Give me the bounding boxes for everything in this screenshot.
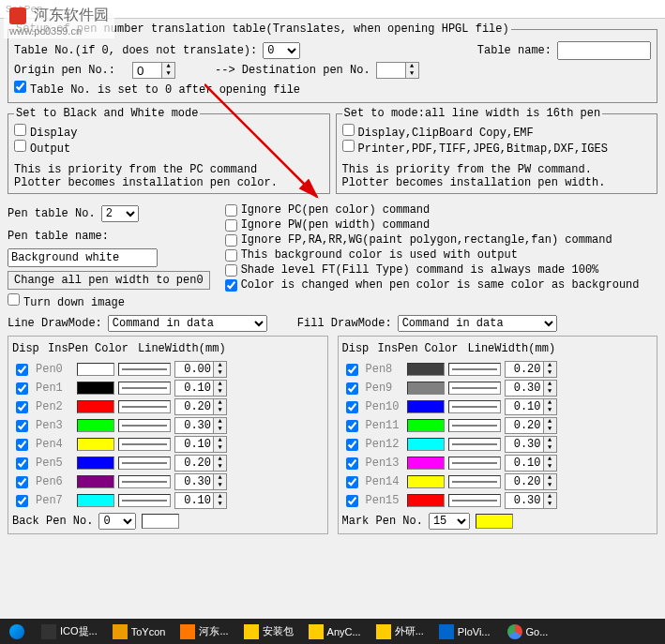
shade-level-check[interactable] — [225, 264, 237, 277]
pen-color-box[interactable] — [407, 475, 445, 488]
pen-line-preview[interactable] — [448, 400, 501, 413]
pen-width-spinner[interactable]: ▲▼ — [505, 492, 557, 509]
reset-check-label[interactable]: Table No. is set to 0 after opening file — [14, 81, 300, 97]
pen-width-input[interactable] — [506, 363, 543, 376]
pen-disp-check[interactable] — [16, 382, 28, 395]
taskbar-item[interactable]: PloVi... — [431, 619, 498, 644]
pen-width-input[interactable] — [175, 475, 213, 488]
spinner-down-icon[interactable]: ▼ — [405, 70, 418, 78]
change-all-width-button[interactable]: Change all pen width to pen0 — [8, 271, 210, 290]
pen-width-spinner[interactable]: ▲▼ — [174, 398, 227, 415]
pen-disp-check[interactable] — [346, 439, 358, 451]
spinner-down-icon[interactable]: ▼ — [543, 463, 556, 471]
taskbar-chrome[interactable]: Go... — [500, 619, 556, 644]
pen-color-box[interactable] — [407, 419, 445, 432]
pen-line-preview[interactable] — [118, 457, 171, 470]
spinner-down-icon[interactable]: ▼ — [213, 426, 226, 433]
fill-drawmode-select[interactable]: Command in data — [398, 315, 557, 332]
spinner-down-icon[interactable]: ▼ — [213, 444, 226, 452]
pen-width-input[interactable] — [175, 363, 213, 376]
pen-line-preview[interactable] — [448, 438, 501, 451]
pen-color-box[interactable] — [407, 457, 445, 470]
mode-opt2-label[interactable]: Printer,PDF,TIFF,JPEG,Bitmap,DXF,IGES — [342, 142, 608, 156]
back-pen-select[interactable]: 0 — [98, 513, 136, 530]
taskbar-item[interactable]: 安装包 — [236, 619, 301, 644]
pen-width-input[interactable] — [506, 494, 543, 507]
pen-width-input[interactable] — [506, 475, 543, 488]
pen-width-input[interactable] — [506, 400, 543, 413]
mark-pen-color[interactable] — [476, 514, 513, 529]
spinner-down-icon[interactable]: ▼ — [213, 369, 226, 377]
pen-disp-check[interactable] — [346, 382, 358, 395]
pen-color-box[interactable] — [407, 494, 445, 507]
mode-opt2-check[interactable] — [342, 140, 355, 152]
ignore-fp-label[interactable]: Ignore FP,RA,RR,WG(paint polygon,rectang… — [225, 233, 640, 247]
spinner-down-icon[interactable]: ▼ — [213, 501, 226, 508]
pen-line-preview[interactable] — [448, 475, 501, 488]
spinner-down-icon[interactable]: ▼ — [213, 482, 226, 489]
table-name-input[interactable] — [557, 41, 651, 60]
spinner-down-icon[interactable]: ▼ — [213, 388, 226, 396]
spinner-down-icon[interactable]: ▼ — [543, 444, 556, 452]
pen-width-input[interactable] — [506, 382, 543, 395]
pen-color-box[interactable] — [77, 494, 114, 507]
spinner-down-icon[interactable]: ▼ — [161, 70, 174, 78]
pen-color-box[interactable] — [77, 438, 114, 451]
pen-line-preview[interactable] — [118, 475, 171, 488]
spinner-down-icon[interactable]: ▼ — [543, 426, 556, 433]
spinner-down-icon[interactable]: ▼ — [213, 407, 226, 414]
line-drawmode-select[interactable]: Command in data — [108, 315, 267, 332]
pen-disp-check[interactable] — [346, 495, 358, 507]
pen-line-preview[interactable] — [448, 494, 501, 507]
pen-width-spinner[interactable]: ▲▼ — [174, 473, 227, 490]
pen-line-preview[interactable] — [118, 419, 171, 432]
pen-disp-check[interactable] — [346, 364, 358, 376]
spinner-down-icon[interactable]: ▼ — [543, 388, 556, 396]
pen-line-preview[interactable] — [118, 363, 171, 376]
pen-width-spinner[interactable]: ▲▼ — [174, 380, 227, 397]
pen-color-box[interactable] — [77, 382, 114, 395]
ignore-fp-check[interactable] — [225, 234, 237, 247]
bg-output-check[interactable] — [225, 249, 237, 262]
spinner-down-icon[interactable]: ▼ — [543, 482, 556, 489]
mode-opt1-label[interactable]: Display,ClipBoard Copy,EMF — [342, 127, 534, 140]
taskbar-item[interactable]: 河东... — [173, 619, 235, 644]
taskbar-item[interactable]: ToYcon — [105, 619, 174, 644]
pen-width-spinner[interactable]: ▲▼ — [174, 436, 227, 453]
pen-width-input[interactable] — [175, 457, 213, 470]
pen-width-input[interactable] — [175, 382, 213, 395]
pen-width-spinner[interactable]: ▲▼ — [505, 455, 557, 472]
dest-pen-spinner[interactable]: ▲▼ — [376, 62, 419, 79]
taskbar-item[interactable]: 外研... — [369, 619, 431, 644]
pen-disp-check[interactable] — [16, 420, 28, 432]
pen-line-preview[interactable] — [118, 382, 171, 395]
pen-table-name-input[interactable] — [8, 248, 158, 267]
pen-disp-check[interactable] — [16, 495, 28, 507]
origin-pen-input[interactable] — [133, 64, 161, 78]
pen-color-box[interactable] — [407, 382, 445, 395]
taskbar-item[interactable]: ICO提... — [34, 619, 105, 644]
pen-color-box[interactable] — [407, 438, 445, 451]
ignore-pc-label[interactable]: Ignore PC(pen color) command — [225, 203, 640, 217]
pen-line-preview[interactable] — [448, 363, 501, 376]
pen-width-input[interactable] — [506, 419, 543, 432]
pen-color-box[interactable] — [407, 400, 445, 413]
ignore-pw-check[interactable] — [225, 219, 237, 232]
pen-disp-check[interactable] — [16, 364, 28, 376]
pen-width-input[interactable] — [175, 400, 213, 413]
taskbar-item[interactable]: AnyC... — [301, 619, 369, 644]
table-no-select[interactable]: 0 — [263, 42, 300, 59]
taskbar-edge[interactable] — [2, 619, 32, 644]
pen-width-spinner[interactable]: ▲▼ — [505, 361, 557, 378]
pen-width-input[interactable] — [175, 494, 213, 507]
pen-line-preview[interactable] — [118, 400, 171, 413]
pen-line-preview[interactable] — [118, 438, 171, 451]
ignore-pw-label[interactable]: Ignore PW(pen width) command — [225, 218, 640, 232]
pen-disp-check[interactable] — [346, 420, 358, 432]
pen-disp-check[interactable] — [346, 401, 358, 413]
spinner-down-icon[interactable]: ▼ — [543, 501, 556, 508]
turn-down-check[interactable] — [8, 293, 20, 306]
pen-width-input[interactable] — [506, 438, 543, 451]
pen-line-preview[interactable] — [448, 382, 501, 395]
pen-width-spinner[interactable]: ▲▼ — [505, 436, 557, 453]
